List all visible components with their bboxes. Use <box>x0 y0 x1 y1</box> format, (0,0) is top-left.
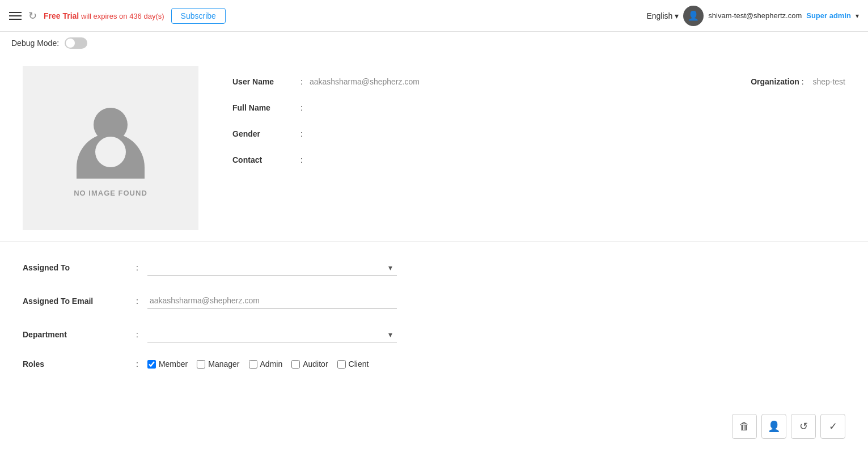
action-buttons: 🗑 👤 ↺ ✓ <box>0 403 868 450</box>
role-admin[interactable]: Admin <box>249 359 283 369</box>
role-client[interactable]: Client <box>337 359 369 369</box>
role-admin-label: Admin <box>260 359 283 369</box>
contact-label: Contact <box>232 155 300 164</box>
avatar-placeholder <box>71 99 150 179</box>
debug-mode-label: Debug Mode: <box>11 39 59 48</box>
role-client-label: Client <box>349 359 369 369</box>
department-colon: : <box>136 330 138 339</box>
form-section: Assigned To : Assigned To Email : Depart… <box>0 242 868 403</box>
assigned-to-email-row: Assigned To Email : <box>23 293 845 309</box>
gender-label: Gender <box>232 129 300 138</box>
username-label: User Name <box>232 77 300 86</box>
username-value: aakashsharma@shepherz.com <box>310 77 420 86</box>
language-selector[interactable]: English ▾ <box>646 11 679 20</box>
assigned-to-label: Assigned To <box>23 263 136 272</box>
assigned-to-email-label: Assigned To Email <box>23 297 136 306</box>
role-auditor-label: Auditor <box>303 359 328 369</box>
assigned-to-row: Assigned To : <box>23 259 845 276</box>
assigned-to-input-wrap <box>147 259 397 276</box>
fullname-label: Full Name <box>232 103 300 112</box>
profile-section: NO IMAGE FOUND User Name : aakashsharma@… <box>0 54 868 242</box>
add-user-button[interactable]: 👤 <box>761 414 786 439</box>
role-member-checkbox[interactable] <box>147 360 156 369</box>
role-manager[interactable]: Manager <box>197 359 239 369</box>
super-admin-label: Super admin <box>806 11 851 20</box>
roles-row: Roles : Member Manager Admin Auditor Cli… <box>23 359 845 369</box>
department-row: Department : <box>23 326 845 342</box>
roles-label: Roles <box>23 359 136 369</box>
org-value: shep-test <box>812 77 845 86</box>
department-label: Department <box>23 330 136 339</box>
header-left: ↻ Free Trial will expires on 436 day(s) … <box>9 8 226 24</box>
avatar-body-hole <box>95 137 126 167</box>
refresh-icon: ↺ <box>799 420 808 433</box>
chevron-down-icon: ▾ <box>675 11 679 20</box>
user-avatar: 👤 <box>683 6 704 26</box>
language-label: English <box>646 11 672 20</box>
add-user-icon: 👤 <box>768 420 780 433</box>
department-input-wrap <box>147 326 397 342</box>
gender-row: Gender : <box>232 129 717 138</box>
department-select-wrapper <box>147 326 397 342</box>
profile-image-box: NO IMAGE FOUND <box>23 66 198 230</box>
role-member-label: Member <box>159 359 188 369</box>
header-right: English ▾ 👤 shivam-test@shephertz.com Su… <box>646 6 859 26</box>
free-trial-sub: will expires on 436 day(s) <box>79 12 164 20</box>
org-section: Organization : shep-test <box>751 66 845 86</box>
no-image-label: NO IMAGE FOUND <box>74 189 147 197</box>
org-label: Organization <box>751 77 799 86</box>
role-client-checkbox[interactable] <box>337 360 346 369</box>
profile-fields: User Name : aakashsharma@shepherz.com Fu… <box>232 66 717 181</box>
sync-icon[interactable]: ↻ <box>28 10 37 22</box>
user-dropdown-arrow[interactable]: ▾ <box>856 12 859 20</box>
role-auditor-checkbox[interactable] <box>291 360 300 369</box>
fullname-row: Full Name : <box>232 103 717 112</box>
debug-toggle[interactable] <box>65 37 87 49</box>
checkmark-icon: ✓ <box>829 420 837 433</box>
role-auditor[interactable]: Auditor <box>291 359 328 369</box>
roles-wrap: Member Manager Admin Auditor Client <box>147 359 369 369</box>
app-header: ↻ Free Trial will expires on 436 day(s) … <box>0 0 868 32</box>
avatar-body <box>77 133 145 179</box>
username-row: User Name : aakashsharma@shepherz.com <box>232 77 717 86</box>
refresh-button[interactable]: ↺ <box>791 414 816 439</box>
hamburger-menu[interactable] <box>9 12 22 20</box>
assigned-to-email-input[interactable] <box>147 293 397 309</box>
assigned-to-email-input-wrap <box>147 293 397 309</box>
role-manager-checkbox[interactable] <box>197 360 205 369</box>
debug-bar: Debug Mode: <box>0 32 868 54</box>
roles-colon: : <box>136 359 138 369</box>
assigned-to-email-colon: : <box>136 297 138 306</box>
trash-icon: 🗑 <box>739 421 750 433</box>
confirm-button[interactable]: ✓ <box>820 414 845 439</box>
assigned-to-colon: : <box>136 263 138 272</box>
role-member[interactable]: Member <box>147 359 188 369</box>
role-admin-checkbox[interactable] <box>249 360 257 369</box>
delete-button[interactable]: 🗑 <box>732 414 757 439</box>
role-manager-label: Manager <box>208 359 239 369</box>
department-select[interactable] <box>147 326 397 342</box>
assigned-to-select[interactable] <box>147 259 397 276</box>
assigned-to-select-wrapper <box>147 259 397 276</box>
contact-row: Contact : <box>232 155 717 164</box>
subscribe-button[interactable]: Subscribe <box>171 8 226 24</box>
free-trial-label: Free Trial will expires on 436 day(s) <box>44 11 164 20</box>
toggle-slider <box>65 37 87 49</box>
user-email: shivam-test@shephertz.com <box>708 11 802 20</box>
